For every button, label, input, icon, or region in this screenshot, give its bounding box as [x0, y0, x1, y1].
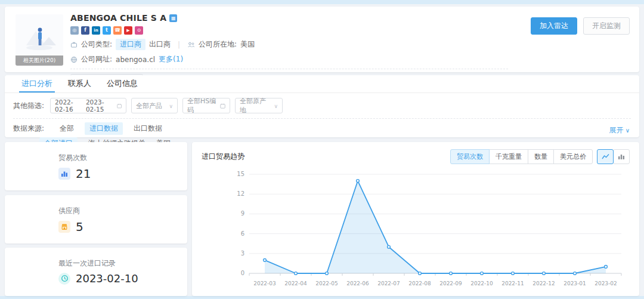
- origin-select-value: 全部原产地: [240, 97, 270, 115]
- company-type-exporter[interactable]: 出口商: [149, 39, 171, 50]
- svg-text:2022-05: 2022-05: [315, 280, 338, 286]
- metric-usd-total[interactable]: 美元总价: [553, 149, 593, 164]
- trend-line-chart[interactable]: 036912152022-032022-042022-052022-062022…: [202, 167, 630, 291]
- analysis-filter-card: 进口分析 联系人 公司信息 其他筛选: 2022-02-16 2023-02-1…: [5, 75, 639, 137]
- tab-contacts[interactable]: 联系人: [68, 75, 91, 93]
- phone-icon[interactable]: [113, 26, 122, 35]
- people-icon: [187, 41, 195, 48]
- company-header-card: 相关图片(20) ABENGOA CHILE S A ▦ 公司类型: 进口商 出…: [5, 7, 639, 72]
- chevron-down-icon: [169, 102, 173, 109]
- stat-card-trade-count: 贸易次数 21: [5, 142, 187, 190]
- start-monitoring-button[interactable]: 开启监测: [583, 17, 630, 35]
- filter-row: 其他筛选: 2022-02-16 2023-02-15 全部产品 全部HS编码 …: [5, 93, 639, 113]
- clipboard-icon: [220, 103, 225, 109]
- svg-text:2022-04: 2022-04: [284, 280, 307, 286]
- website-icon[interactable]: [70, 26, 79, 35]
- svg-text:2023-02: 2023-02: [595, 280, 617, 286]
- twitter-icon[interactable]: [103, 26, 111, 35]
- youtube-icon[interactable]: [124, 26, 132, 35]
- tab-company-info[interactable]: 公司信息: [107, 75, 138, 93]
- dashed-separator: [13, 118, 631, 119]
- date-start: 2022-02-16: [55, 98, 82, 113]
- svg-text:2022-10: 2022-10: [470, 280, 493, 286]
- source-export-data[interactable]: 出口数据: [134, 124, 162, 134]
- hs-code-value: 全部HS编码: [187, 97, 216, 115]
- chevron-down-icon: [274, 102, 278, 109]
- instagram-icon[interactable]: [135, 26, 143, 35]
- svg-text:9: 9: [241, 210, 244, 217]
- company-name-text: ABENGOA CHILE S A: [70, 13, 166, 23]
- svg-text:2022-09: 2022-09: [439, 280, 462, 286]
- bar-chart-icon: [58, 168, 70, 180]
- svg-text:2022-06: 2022-06: [346, 280, 369, 286]
- metric-toggle-group: 贸易次数 千克重量 数量 美元总价: [450, 149, 593, 164]
- date-range-picker[interactable]: 2022-02-16 2023-02-15: [50, 98, 126, 113]
- bar-chart-icon[interactable]: [613, 149, 630, 164]
- metric-trade-count[interactable]: 贸易次数: [450, 149, 490, 164]
- svg-text:2022-03: 2022-03: [253, 280, 276, 286]
- source-all[interactable]: 全部: [60, 124, 74, 134]
- globe-icon: [70, 56, 78, 63]
- filter-label: 其他筛选:: [13, 101, 44, 111]
- svg-text:6: 6: [241, 230, 244, 237]
- company-type-row: 公司类型: 进口商 出口商 | 公司所在地: 美国: [70, 39, 508, 50]
- dashed-separator: [70, 69, 508, 69]
- source-import-data[interactable]: 进口数据: [85, 122, 123, 135]
- top-accent-bar: [0, 0, 644, 4]
- company-photo[interactable]: 相关图片(20): [16, 14, 63, 66]
- stat-label: 贸易次数: [58, 153, 187, 163]
- bottom-accent-bar: [0, 296, 644, 299]
- calendar-icon: [117, 103, 122, 109]
- company-type-importer[interactable]: 进口商: [116, 39, 145, 50]
- origin-select[interactable]: 全部原产地: [235, 98, 283, 113]
- svg-text:15: 15: [237, 171, 244, 177]
- metric-kg-weight[interactable]: 千克重量: [489, 149, 528, 164]
- related-images-badge: 相关图片(20): [16, 56, 63, 66]
- date-end: 2023-02-15: [86, 98, 113, 113]
- shop-icon: [58, 221, 70, 233]
- hs-code-input[interactable]: 全部HS编码: [182, 98, 230, 113]
- company-name: ABENGOA CHILE S A ▦: [70, 13, 508, 23]
- data-source-label: 数据来源:: [13, 124, 44, 134]
- tab-bar: 进口分析 联系人 公司信息: [5, 75, 639, 93]
- import-trend-card: 进口贸易趋势 贸易次数 千克重量 数量 美元总价: [192, 142, 639, 296]
- tab-import-analysis[interactable]: 进口分析: [21, 75, 52, 93]
- svg-text:2022-11: 2022-11: [501, 280, 524, 286]
- stat-value: 21: [76, 167, 91, 181]
- svg-text:2023-01: 2023-01: [564, 280, 586, 286]
- chart-title: 进口贸易趋势: [202, 152, 244, 162]
- svg-text:2022-12: 2022-12: [532, 280, 555, 286]
- product-select[interactable]: 全部产品: [131, 98, 178, 113]
- vertical-divider: |: [178, 41, 180, 49]
- linkedin-icon[interactable]: [92, 26, 100, 35]
- svg-text:0: 0: [241, 270, 244, 276]
- expand-link[interactable]: 展开: [609, 125, 630, 135]
- company-type-label: 公司类型:: [81, 39, 112, 50]
- chart-type-toggle-group: [597, 149, 630, 164]
- stat-label: 供应商: [58, 206, 187, 216]
- svg-text:3: 3: [241, 250, 244, 257]
- facebook-icon[interactable]: [81, 26, 89, 35]
- website-value[interactable]: abengoa.cl: [116, 56, 155, 64]
- location-label: 公司所在地:: [199, 39, 237, 50]
- stat-value: 5: [76, 220, 83, 234]
- briefcase-icon: [70, 41, 78, 48]
- line-chart-icon[interactable]: [597, 149, 614, 164]
- svg-text:2022-08: 2022-08: [408, 280, 431, 286]
- company-website-row: 公司网址: abengoa.cl 更多(1): [70, 54, 508, 64]
- stat-label: 最近一次进口记录: [58, 258, 187, 269]
- stat-card-suppliers: 供应商 5: [5, 195, 187, 243]
- clock-icon: [58, 273, 70, 285]
- location-value: 美国: [240, 39, 255, 50]
- stat-card-last-import: 最近一次进口记录 2023-02-10: [5, 248, 187, 296]
- add-radar-button[interactable]: 加入雷达: [531, 17, 577, 35]
- company-card-icon[interactable]: ▦: [169, 14, 177, 22]
- svg-text:12: 12: [237, 190, 244, 197]
- website-more-link[interactable]: 更多(1): [159, 54, 183, 64]
- stat-value: 2023-02-10: [76, 272, 138, 285]
- data-source-row: 数据来源: 全部 进口数据 出口数据: [5, 122, 639, 135]
- product-select-value: 全部产品: [136, 101, 162, 110]
- svg-text:2022-07: 2022-07: [377, 280, 400, 286]
- metric-quantity[interactable]: 数量: [528, 149, 554, 164]
- social-links: [70, 26, 508, 35]
